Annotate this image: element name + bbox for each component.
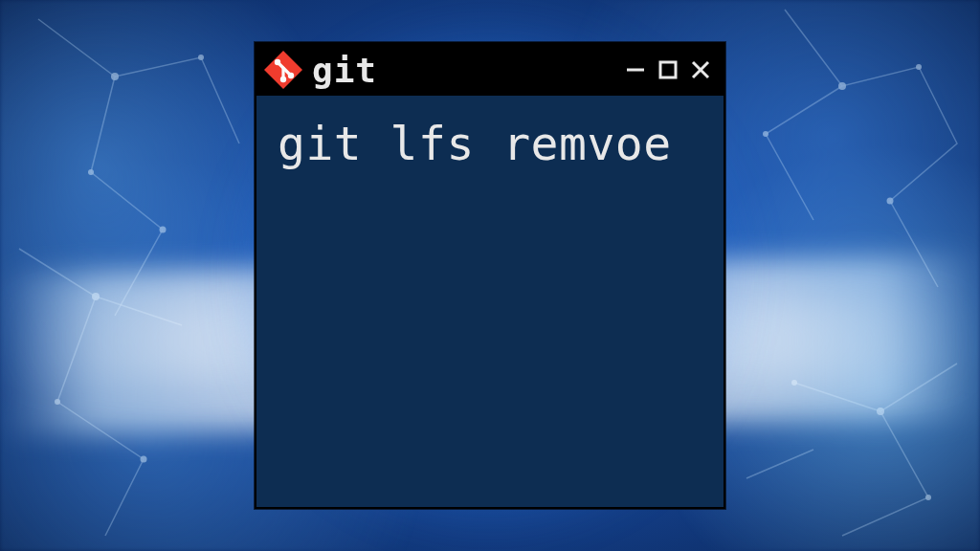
maximize-icon bbox=[657, 59, 679, 80]
svg-point-12 bbox=[925, 495, 931, 500]
git-logo-icon bbox=[264, 51, 302, 89]
terminal-content[interactable]: git lfs remvoe bbox=[256, 96, 724, 507]
titlebar[interactable]: git bbox=[256, 44, 724, 96]
svg-point-2 bbox=[160, 227, 167, 233]
svg-point-7 bbox=[838, 82, 846, 90]
svg-point-3 bbox=[198, 55, 204, 60]
svg-point-16 bbox=[288, 73, 294, 78]
svg-point-0 bbox=[111, 73, 119, 80]
svg-point-9 bbox=[887, 198, 894, 205]
svg-point-1 bbox=[88, 169, 94, 175]
window-title: git bbox=[312, 51, 612, 90]
svg-rect-19 bbox=[660, 62, 676, 77]
svg-point-6 bbox=[141, 456, 147, 463]
minimize-icon bbox=[625, 59, 646, 80]
minimize-button[interactable] bbox=[622, 56, 649, 83]
svg-point-15 bbox=[275, 59, 280, 65]
maximize-button[interactable] bbox=[655, 56, 681, 83]
svg-point-8 bbox=[916, 64, 922, 70]
close-button[interactable] bbox=[687, 56, 714, 83]
window-controls bbox=[622, 56, 714, 83]
svg-point-10 bbox=[763, 131, 768, 137]
terminal-window: git git lfs remvoe bbox=[255, 42, 725, 509]
close-icon bbox=[690, 59, 711, 80]
svg-point-17 bbox=[280, 77, 286, 82]
